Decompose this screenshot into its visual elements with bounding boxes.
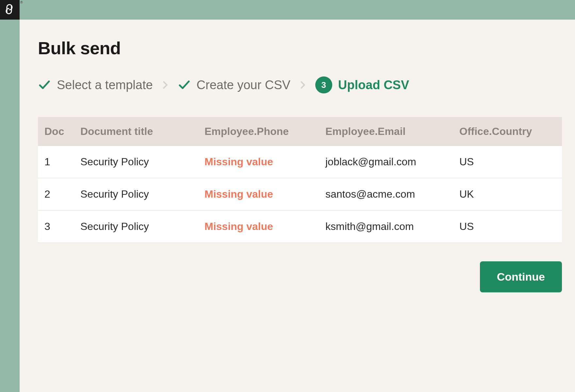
step-breadcrumb: Select a template Create your CSV 3 Uplo… bbox=[38, 76, 562, 93]
step-create-csv[interactable]: Create your CSV bbox=[178, 78, 290, 92]
step-number-badge: 3 bbox=[315, 76, 332, 93]
brand-logo bbox=[0, 0, 20, 20]
step-select-template[interactable]: Select a template bbox=[38, 78, 153, 92]
step-upload-csv[interactable]: 3 Upload CSV bbox=[315, 76, 409, 93]
page-title: Bulk send bbox=[38, 38, 562, 58]
cell-phone-missing: Missing value bbox=[205, 220, 325, 233]
check-icon bbox=[38, 78, 51, 91]
cell-doc: 3 bbox=[38, 220, 80, 233]
col-header-email: Employee.Email bbox=[325, 125, 459, 138]
cell-phone-missing: Missing value bbox=[205, 188, 325, 200]
cell-title: Security Policy bbox=[80, 188, 205, 200]
cell-email: joblack@gmail.com bbox=[325, 156, 459, 168]
step-label: Select a template bbox=[57, 78, 153, 92]
table-row[interactable]: 3 Security Policy Missing value ksmith@g… bbox=[38, 211, 562, 243]
step-label: Upload CSV bbox=[338, 78, 409, 92]
csv-preview-table: Doc Document title Employee.Phone Employ… bbox=[38, 117, 562, 243]
footer-actions: Continue bbox=[38, 261, 562, 292]
cell-email: ksmith@gmail.com bbox=[325, 220, 459, 233]
cell-title: Security Policy bbox=[80, 156, 205, 168]
main-panel: Bulk send Select a template Create your … bbox=[20, 20, 575, 392]
table-row[interactable]: 1 Security Policy Missing value joblack@… bbox=[38, 146, 562, 178]
chevron-right-icon bbox=[298, 80, 307, 90]
cell-phone-missing: Missing value bbox=[205, 156, 325, 168]
cell-country: US bbox=[459, 220, 562, 233]
continue-button[interactable]: Continue bbox=[480, 261, 562, 292]
col-header-country: Office.Country bbox=[459, 125, 562, 138]
col-header-doc: Doc bbox=[38, 125, 80, 138]
col-header-phone: Employee.Phone bbox=[205, 125, 325, 138]
table-row[interactable]: 2 Security Policy Missing value santos@a… bbox=[38, 178, 562, 211]
table-header-row: Doc Document title Employee.Phone Employ… bbox=[38, 117, 562, 146]
pandadoc-logo-icon bbox=[4, 3, 16, 16]
cell-email: santos@acme.com bbox=[325, 188, 459, 200]
cell-doc: 2 bbox=[38, 188, 80, 200]
app-frame: ® Bulk send Select a template Create you… bbox=[0, 0, 575, 392]
cell-doc: 1 bbox=[38, 156, 80, 168]
col-header-title: Document title bbox=[80, 125, 205, 138]
chevron-right-icon bbox=[161, 80, 170, 90]
cell-country: US bbox=[459, 156, 562, 168]
registered-mark: ® bbox=[20, 1, 23, 4]
step-label: Create your CSV bbox=[197, 78, 290, 92]
check-icon bbox=[178, 78, 191, 91]
cell-country: UK bbox=[459, 188, 562, 200]
cell-title: Security Policy bbox=[80, 220, 205, 233]
